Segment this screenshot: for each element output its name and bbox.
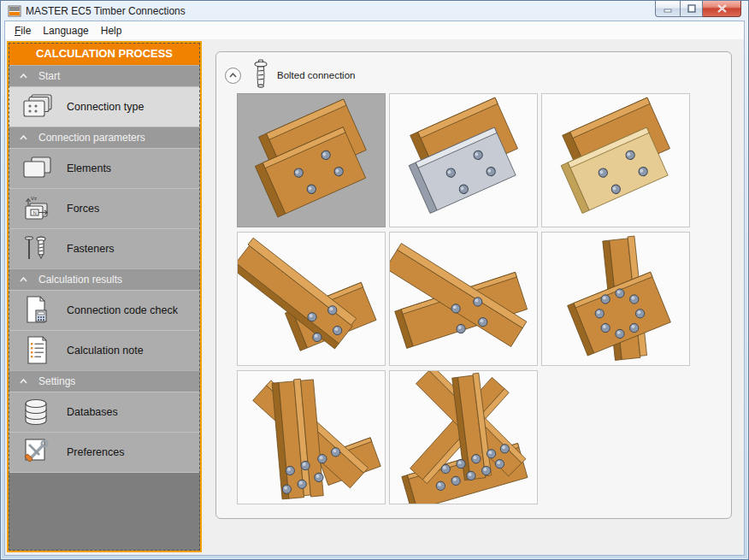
sidebar-item-label: Forces — [67, 203, 99, 215]
title-bar[interactable]: MASTER EC5 Timber Connections — [1, 1, 748, 21]
connection-code-check-icon — [21, 295, 55, 326]
thumbnail-multi-member-truss-node[interactable] — [237, 370, 386, 504]
preferences-icon — [21, 437, 55, 468]
sidebar-item-connection-code-check[interactable]: Connection code check — [9, 290, 200, 330]
sidebar-item-calculation-note[interactable]: Calculation note — [9, 330, 200, 370]
thumbnail-post-gusset-bolt-circle[interactable] — [541, 232, 690, 366]
thumbnail-timber-panel-outer-plate[interactable] — [541, 93, 690, 227]
svg-text:Vz: Vz — [31, 196, 37, 201]
databases-icon — [21, 397, 55, 427]
minimize-button[interactable] — [655, 1, 680, 17]
section-label: Connection parameters — [38, 132, 145, 144]
window-title: MASTER EC5 Timber Connections — [26, 5, 186, 17]
section-start[interactable]: Start — [9, 65, 200, 86]
thumbnail-diagonal-brace-to-chord[interactable] — [237, 232, 386, 366]
bolt-icon — [253, 59, 268, 91]
chevron-up-icon — [19, 378, 28, 385]
sidebar-item-label: Fasteners — [67, 243, 115, 255]
sidebar-item-label: Databases — [67, 406, 118, 418]
menu-file[interactable]: File — [9, 22, 37, 39]
group-title: Bolted connection — [277, 70, 355, 80]
app-logo-icon — [8, 4, 21, 18]
sidebar-item-forces[interactable]: Vz N Forces — [9, 188, 200, 228]
maximize-button[interactable] — [680, 1, 703, 17]
close-icon — [717, 4, 727, 13]
svg-text:N: N — [33, 210, 37, 215]
chevron-up-icon — [228, 72, 238, 79]
chevron-up-icon — [19, 276, 28, 283]
connection-type-icon — [21, 91, 55, 122]
calculation-note-icon — [21, 335, 55, 366]
sidebar-item-fasteners[interactable]: Fasteners — [9, 228, 200, 268]
maximize-icon — [687, 4, 696, 13]
menu-bar: File Language Help — [5, 21, 744, 39]
chevron-up-icon — [19, 134, 28, 141]
sidebar-item-label: Connection code check — [67, 304, 178, 316]
close-button[interactable] — [703, 1, 741, 17]
collapse-group-button[interactable] — [225, 68, 241, 84]
sidebar-item-connection-type[interactable]: Connection type — [9, 86, 200, 127]
minimize-icon — [663, 5, 672, 13]
sidebar-item-databases[interactable]: Databases — [9, 392, 200, 432]
chevron-up-icon — [19, 73, 28, 80]
app-window: MASTER EC5 Timber Connections — [0, 0, 749, 560]
section-label: Start — [38, 70, 60, 82]
section-label: Settings — [38, 375, 75, 387]
thumbnail-timber-steel-outer-plate[interactable] — [389, 93, 538, 227]
elements-icon — [21, 153, 55, 184]
calculation-process-sidebar: CALCULATION PROCESS Start Connection typ… — [7, 41, 202, 552]
sidebar-item-label: Calculation note — [67, 345, 144, 357]
sidebar-header: CALCULATION PROCESS — [9, 43, 200, 65]
connection-thumbnails-grid — [237, 93, 690, 504]
sidebar-item-label: Elements — [67, 162, 111, 174]
fasteners-icon — [21, 233, 55, 264]
menu-help[interactable]: Help — [95, 22, 128, 39]
section-calculation-results[interactable]: Calculation results — [9, 268, 200, 290]
thumbnail-double-diagonal-truss-node[interactable] — [389, 370, 538, 504]
sidebar-item-elements[interactable]: Elements — [9, 148, 200, 188]
menu-language[interactable]: Language — [37, 22, 94, 39]
bolted-connection-panel: Bolted connection — [215, 51, 732, 519]
section-connection-parameters[interactable]: Connection parameters — [9, 127, 200, 148]
main-area: Bolted connection — [202, 39, 744, 555]
forces-icon: Vz N — [21, 193, 55, 224]
sidebar-item-label: Preferences — [67, 446, 124, 458]
section-settings[interactable]: Settings — [9, 370, 200, 392]
sidebar-item-preferences[interactable]: Preferences — [9, 432, 200, 472]
section-label: Calculation results — [38, 274, 122, 286]
sidebar-empty-area — [9, 472, 200, 551]
sidebar-item-label: Connection type — [67, 101, 144, 113]
thumbnail-diagonal-crossing-member[interactable] — [389, 232, 538, 366]
thumbnail-timber-timber-lap-joint[interactable] — [237, 93, 386, 227]
